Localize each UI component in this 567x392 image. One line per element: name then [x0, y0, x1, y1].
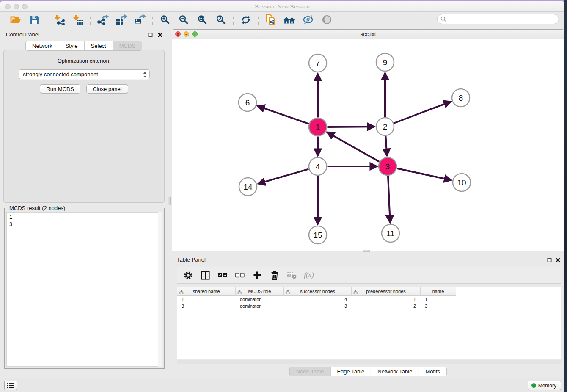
zoom-out-button[interactable] [176, 14, 191, 26]
function-builder-button-disabled: f(x) [304, 271, 314, 279]
close-panel-button[interactable]: Close panel [86, 84, 128, 94]
column-header-shared-name[interactable]: shared name [177, 287, 236, 296]
float-panel-icon[interactable] [148, 31, 153, 39]
hierarchy-icon [353, 290, 358, 294]
edge-1-6[interactable] [259, 107, 308, 124]
export-table-icon [115, 14, 128, 25]
tab-node-table[interactable]: Node Table [290, 367, 331, 376]
edge-4-14[interactable] [260, 169, 309, 183]
node-10[interactable]: 10 [453, 174, 471, 191]
node-9[interactable]: 9 [376, 53, 394, 71]
tab-network[interactable]: Network [26, 41, 59, 50]
edge-1-2[interactable] [328, 127, 373, 127]
criterion-select[interactable]: strongly connected component [19, 69, 150, 79]
network-canvas[interactable]: 1234678910111415 [172, 39, 564, 251]
node-4[interactable]: 4 [309, 157, 327, 175]
tab-motifs[interactable]: Motifs [419, 367, 446, 376]
zoom-selected-button[interactable] [214, 14, 228, 26]
save-icon [30, 15, 39, 25]
edge-3-10[interactable] [397, 168, 450, 180]
svg-text:7: 7 [316, 59, 320, 68]
control-panel-title: Control Panel [6, 31, 39, 38]
tab-mcds[interactable]: MCDS [113, 41, 142, 50]
tab-network-table[interactable]: Network Table [371, 367, 419, 376]
table-float-panel-icon[interactable] [547, 257, 552, 264]
svg-text:4: 4 [316, 162, 320, 171]
zoom-in-button[interactable] [158, 14, 172, 26]
node-11[interactable]: 11 [382, 224, 399, 242]
edge-3-1[interactable] [328, 133, 379, 162]
vertical-splitter-handle[interactable] [168, 197, 171, 205]
first-neighbors-button[interactable] [282, 14, 297, 26]
hierarchy-icon [286, 290, 290, 294]
tab-edge-table[interactable]: Edge Table [330, 367, 371, 376]
houses-icon [283, 15, 296, 25]
column-header-successor-nodes[interactable]: successor nodes [284, 287, 352, 296]
show-panels-button[interactable] [4, 381, 17, 390]
application-window: Session: New Session [0, 1, 564, 392]
tab-select[interactable]: Select [85, 41, 113, 50]
search-input[interactable] [437, 14, 559, 24]
export-image-icon [134, 14, 146, 25]
control-panel: Control Panel NetworkStyleSelectMCDS Opt… [0, 28, 168, 379]
node-6[interactable]: 6 [239, 94, 256, 111]
select-stepper-icon [143, 71, 147, 81]
export-network-button[interactable] [96, 14, 110, 26]
mcds-result-text[interactable]: 1 3 [6, 212, 162, 367]
network-window-title: scc.txt [172, 31, 564, 37]
table-scroll-strip[interactable] [177, 360, 561, 364]
node-7[interactable]: 7 [309, 54, 327, 72]
mcds-result-title: MCDS result (2 nodes) [8, 205, 67, 211]
node-3[interactable]: 3 [379, 157, 396, 175]
zoom-fit-button[interactable] [195, 14, 209, 26]
column-header-name[interactable]: name [421, 287, 456, 296]
column-header-MCDS-role[interactable]: MCDS role [236, 287, 284, 296]
table-row[interactable]: 1dominator411 [177, 296, 561, 303]
import-network-button[interactable] [52, 14, 66, 26]
node-15[interactable]: 15 [309, 226, 327, 244]
horizontal-splitter-handle[interactable] [363, 250, 370, 252]
column-header-predecessor-nodes[interactable]: predecessor nodes [352, 287, 421, 296]
mcds-result-scrollbar[interactable] [158, 212, 162, 367]
table-close-panel-icon[interactable] [556, 257, 560, 264]
run-mcds-button[interactable]: Run MCDS [40, 84, 80, 94]
node-1[interactable]: 1 [309, 118, 327, 136]
svg-text:1: 1 [316, 123, 320, 132]
show-columns-button[interactable] [200, 270, 211, 281]
delete-column-button[interactable] [269, 270, 280, 281]
export-table-button[interactable] [114, 14, 129, 26]
close-panel-icon[interactable] [158, 31, 162, 39]
memory-button[interactable]: Memory [528, 381, 561, 390]
node-14[interactable]: 14 [239, 178, 257, 196]
table-row[interactable]: 3dominator323 [177, 303, 561, 309]
tab-style[interactable]: Style [59, 41, 85, 50]
hide-graphics-details-button[interactable] [301, 14, 315, 26]
table-settings-button[interactable] [182, 270, 193, 281]
open-file-button[interactable] [8, 14, 23, 26]
import-table-button[interactable] [71, 14, 85, 26]
save-session-button[interactable] [27, 14, 41, 26]
edge-2-3[interactable] [385, 136, 387, 155]
network-canvas-svg: 1234678910111415 [172, 39, 564, 251]
edge-2-8[interactable] [394, 102, 449, 123]
duplicate-network-button[interactable] [264, 14, 278, 26]
table-header-row: shared nameMCDS rolesuccessor nodesprede… [177, 287, 561, 296]
table-panel: Table Panel [172, 253, 564, 377]
columns-icon [201, 271, 210, 280]
svg-text:8: 8 [459, 94, 463, 102]
node-2[interactable]: 2 [376, 118, 394, 135]
deselect-all-button[interactable] [234, 270, 245, 281]
export-image-button[interactable] [133, 14, 147, 26]
network-window-titlebar: x – + scc.txt [172, 30, 564, 39]
node-8[interactable]: 8 [452, 89, 470, 107]
desktop-background [564, 0, 567, 392]
delete-table-button-disabled [286, 270, 297, 281]
select-all-button[interactable] [217, 270, 228, 281]
refresh-button[interactable] [239, 14, 253, 26]
window-title: Session: New Session [0, 3, 564, 10]
table-body: 1dominator4113dominator323 [177, 296, 561, 309]
bird-eye-view-button[interactable] [319, 14, 334, 26]
create-column-button[interactable] [252, 270, 263, 281]
edge-3-11[interactable] [388, 176, 390, 221]
status-bar: Memory [0, 378, 564, 392]
